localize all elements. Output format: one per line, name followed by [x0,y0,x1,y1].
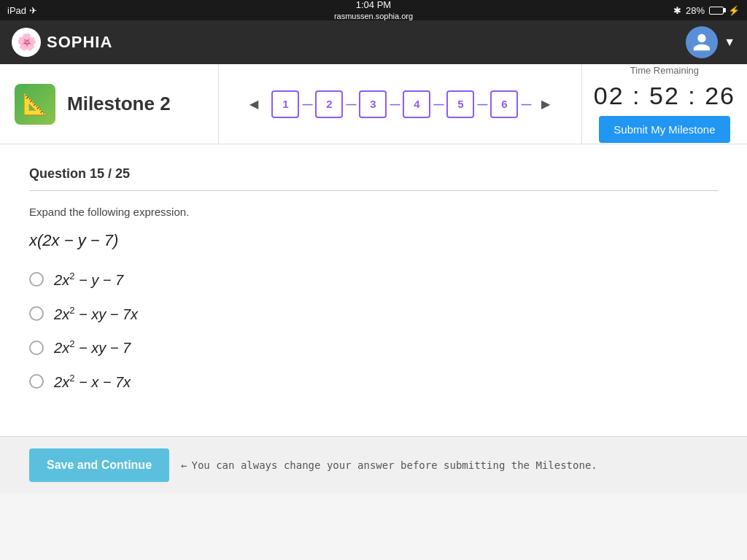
nav-num-2[interactable]: 2 [315,90,343,118]
main-content: Question 15 / 25 Expand the following ex… [0,144,747,436]
radio-d[interactable] [29,374,44,389]
logo-area: 🌸 SOPHIA [12,28,112,57]
nav-connector-1: — [302,98,312,110]
option-a[interactable]: 2x2 − y − 7 [29,271,718,289]
milestone-info: 📐 Milestone 2 [0,64,219,144]
status-right: ✱ 28% ⚡ [673,5,740,16]
status-left: iPad ✈ [7,5,37,16]
option-a-text: 2x2 − y − 7 [54,271,123,289]
nav-connector-6: — [521,98,531,110]
bluetooth-icon: ✱ [673,5,681,16]
charging-icon: ⚡ [728,5,740,16]
nav-connector-2: — [346,98,356,110]
option-c[interactable]: 2x2 − xy − 7 [29,338,718,357]
question-prompt: Expand the following expression. [29,206,718,218]
status-url: rasmussen.sophia.org [334,12,413,20]
time-remaining-label: Time Remaining [630,65,699,76]
milestone-header: 📐 Milestone 2 ◀ 1 — 2 — 3 — 4 — 5 — 6 — … [0,64,747,144]
submit-milestone-button[interactable]: Submit My Milestone [599,116,729,143]
options-list: 2x2 − y − 7 2x2 − xy − 7x 2x2 − xy − 7 2… [29,271,718,391]
status-time: 1:04 PM [356,0,391,10]
milestone-icon-symbol: 📐 [23,92,48,116]
question-expression: x(2x − y − 7) [29,231,718,250]
milestone-nav: ◀ 1 — 2 — 3 — 4 — 5 — 6 — ▶ [219,64,581,144]
milestone-title: Milestone 2 [67,93,171,115]
radio-b[interactable] [29,306,44,321]
battery-percent: 28% [686,5,705,16]
nav-connector-5: — [477,98,487,110]
nav-next-button[interactable]: ▶ [534,93,557,116]
option-d[interactable]: 2x2 − x − 7x [29,373,718,391]
navbar: 🌸 SOPHIA ▼ [0,20,747,64]
hint-area: ← You can always change your answer befo… [181,459,597,471]
nav-connector-4: — [433,98,444,110]
milestone-icon: 📐 [15,84,55,125]
nav-num-3[interactable]: 3 [359,90,387,118]
dropdown-arrow-icon[interactable]: ▼ [724,36,735,49]
nav-connector-3: — [390,98,400,110]
logo-flower: 🌸 [17,33,36,52]
option-c-text: 2x2 − xy − 7 [54,338,131,357]
radio-a[interactable] [29,272,44,287]
option-d-text: 2x2 − x − 7x [54,373,131,391]
hint-message: You can always change your answer before… [191,459,597,471]
option-b[interactable]: 2x2 − xy − 7x [29,305,718,323]
nav-num-1[interactable]: 1 [271,90,299,118]
save-continue-button[interactable]: Save and Continue [29,448,169,482]
nav-prev-button[interactable]: ◀ [242,93,266,116]
nav-num-4[interactable]: 4 [403,90,430,118]
logo-text: SOPHIA [47,33,112,52]
nav-right: ▼ [686,26,735,58]
avatar[interactable] [686,26,718,58]
avatar-icon [692,32,712,52]
status-bar: iPad ✈ 1:04 PM rasmussen.sophia.org ✱ 28… [0,0,747,20]
logo-icon: 🌸 [12,28,41,57]
nav-num-6[interactable]: 6 [490,90,518,118]
footer-bar: Save and Continue ← You can always chang… [0,436,747,494]
option-b-text: 2x2 − xy − 7x [54,305,138,323]
battery-icon [709,7,724,15]
radio-c[interactable] [29,341,44,355]
status-center: 1:04 PM rasmussen.sophia.org [334,0,413,21]
hint-arrow-icon: ← [181,459,187,471]
question-header: Question 15 / 25 [29,166,718,191]
nav-num-5[interactable]: 5 [446,90,474,118]
timer-area: Time Remaining 02 : 52 : 26 Submit My Mi… [581,64,747,144]
timer-value: 02 : 52 : 26 [594,82,735,110]
